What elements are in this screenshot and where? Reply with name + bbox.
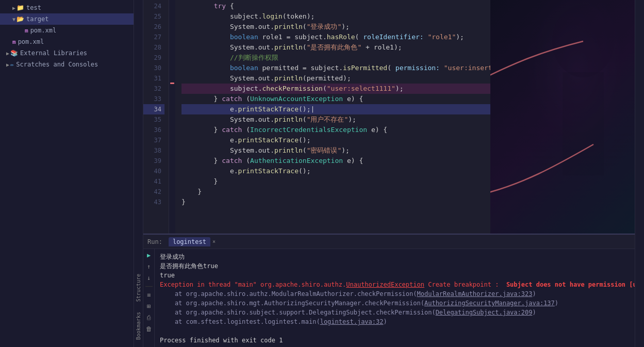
background-decoration [490,0,635,234]
xml-icon: m [12,39,16,45]
editor-area: 24 25 26 27 28 29 30 31 32 33 34 35 36 3… [143,0,635,234]
line-num-26: 26 [143,22,164,32]
code-line-34: e.printStackTrace();| [181,104,490,114]
sidebar-item-label: Scratches and Consoles [16,61,98,68]
clear-button[interactable]: 🗑 [145,325,153,333]
sidebar: ▶ 📁 test ▼ 📂 target m pom.xml m pom.xml … [0,0,134,347]
sidebar-item-label: pom.xml [30,27,57,34]
bookmarks-tab[interactable]: Bookmarks [135,309,142,343]
sidebar-item-target[interactable]: ▼ 📂 target [0,13,134,25]
chevron-icon: ▶ [6,62,9,68]
console-output: ▶ ↑ ↓ ≡ ⊞ ⎙ 🗑 登录成功 是否拥有此角色true true Exce… [143,249,635,347]
layout-button[interactable]: ⊞ [145,302,153,310]
code-line-29: //判断操作权限 [181,53,490,63]
code-line-39: } catch (AuthenticationException e) { [181,156,490,166]
line-num-42: 42 [143,187,164,197]
console-line-2: 是否拥有此角色true [160,261,630,271]
line-num-31: 31 [143,73,164,84]
sidebar-item-label: External Libraries [20,49,87,57]
library-icon: 📚 [10,49,18,57]
line-num-40: 40 [143,166,164,176]
console-line-6: at org.apache.shiro.mgt.AuthorizingSecur… [160,299,630,308]
line-num-37: 37 [143,135,164,145]
line-num-34: 34 [143,104,164,114]
console-line-7: at org.apache.shiro.subject.support.Dele… [160,308,630,317]
code-line-40: e.printStackTrace(); [181,166,490,176]
sidebar-item-test[interactable]: ▶ 📁 test [0,2,134,13]
code-line-26: System.out.println("登录成功"); [181,22,490,32]
structure-tab[interactable]: Structure [135,271,142,305]
console-line-3: true [160,271,630,280]
xml-icon: m [25,27,28,34]
line-numbers: 24 25 26 27 28 29 30 31 32 33 34 35 36 3… [143,0,169,234]
print-button[interactable]: ⎙ [145,313,153,322]
line-num-33: 33 [143,94,164,104]
line-num-35: 35 [143,114,164,125]
sidebar-item-scratches[interactable]: ▶ ✏ Scratches and Consoles [0,59,134,70]
svg-rect-2 [563,72,604,175]
line-num-28: 28 [143,42,164,53]
console-line-5: at org.apache.shiro.authz.ModularRealmAu… [160,289,630,299]
code-line-25: subject.login(token); [181,11,490,22]
console-line-1: 登录成功 [160,252,630,261]
line-num-41: 41 [143,176,164,187]
code-line-27: boolean role1 = subject.hasRole( roleIde… [181,32,490,42]
run-tab[interactable]: logintest × [169,237,216,246]
scroll-down-button[interactable]: ↓ [145,274,153,282]
code-line-33: } catch (UnknownAccountException e) { [181,94,490,104]
code-line-24: try { [181,1,490,11]
line-num-43: 43 [143,197,164,207]
console-line-9 [160,326,630,336]
code-line-42: } [181,187,490,197]
sidebar-item-label: test [26,4,41,11]
line-num-24: 24 [143,1,164,11]
line-num-25: 25 [143,11,164,22]
sidebar-item-label: target [26,15,48,23]
line-num-36: 36 [143,125,164,135]
line-num-32: 32 [143,84,164,94]
folder-open-icon: 📂 [16,15,24,23]
code-line-41: } [181,176,490,187]
code-line-43: } [181,197,490,207]
run-label: Run: [147,238,162,245]
code-line-32: subject.checkPermission("user:select1111… [181,84,490,94]
code-line-30: boolean permitted = subject.isPermitted(… [181,63,490,73]
folder-icon: 📁 [16,4,24,11]
line-num-30: 30 [143,63,164,73]
chevron-icon: ▼ [12,16,15,22]
code-line-37: e.printStackTrace(); [181,135,490,145]
console-text-area: 登录成功 是否拥有此角色true true Exception in threa… [155,249,635,347]
run-button[interactable]: ▶ [145,251,153,259]
line-num-39: 39 [143,156,164,166]
code-line-31: System.out.println(permitted); [181,73,490,84]
line-num-38: 38 [143,145,164,156]
tab-close-button[interactable]: × [212,239,216,244]
console-line-10: Process finished with exit code 1 [160,336,630,345]
run-panel: Run: logintest × ▶ ↑ ↓ ≡ ⊞ ⎙ 🗑 登录成功 是否拥有… [143,234,635,347]
console-line-4: Exception in thread "main" org.apache.sh… [160,280,630,289]
chevron-icon: ▶ [12,5,15,11]
sidebar-item-external-libraries[interactable]: ▶ 📚 External Libraries [0,47,134,59]
tab-logintest[interactable]: logintest [169,237,210,246]
code-line-36: } catch (IncorrectCredentialsException e… [181,125,490,135]
code-line-38: System.out.println("密码错误"); [181,145,490,156]
code-line-28: System.out.println("是否拥有此角色" + role1); [181,42,490,53]
format-button[interactable]: ≡ [145,291,153,299]
svg-point-1 [552,5,614,77]
right-panel-tabs [635,0,644,347]
line-num-29: 29 [143,53,164,63]
sidebar-item-pom-target[interactable]: m pom.xml [0,25,134,36]
gutter [169,0,175,234]
code-line-35: System.out.println("用户不存在"); [181,114,490,125]
scroll-up-button[interactable]: ↑ [145,262,153,271]
gutter-mark-error [170,82,174,84]
line-num-27: 27 [143,32,164,42]
run-toolbar: Run: logintest × [143,235,635,249]
sidebar-item-pom-root[interactable]: m pom.xml [0,36,134,47]
console-left-toolbar: ▶ ↑ ↓ ≡ ⊞ ⎙ 🗑 [143,249,155,347]
sidebar-tree: ▶ 📁 test ▼ 📂 target m pom.xml m pom.xml … [0,0,134,347]
chevron-icon: ▶ [6,51,9,56]
sidebar-item-label: pom.xml [18,38,44,45]
code-editor[interactable]: try { subject.login(token); System.out.p… [175,0,490,234]
anime-bg-svg [490,0,635,232]
